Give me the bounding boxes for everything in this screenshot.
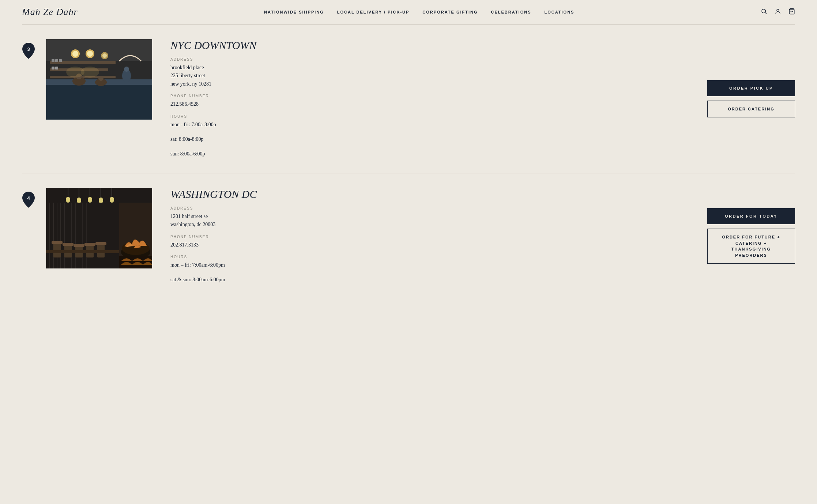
svg-point-8 <box>72 51 78 57</box>
svg-rect-59 <box>74 244 84 247</box>
site-header: Mah Ze Dahr NATIONWIDE SHIPPING LOCAL DE… <box>0 0 817 24</box>
svg-point-39 <box>88 197 92 203</box>
svg-rect-22 <box>55 67 58 69</box>
svg-rect-63 <box>95 242 106 245</box>
main-nav: NATIONWIDE SHIPPING LOCAL DELIVERY / PIC… <box>264 10 574 14</box>
location-details-dc: WASHINGTON DC ADDRESS 1201 half street s… <box>163 188 696 284</box>
hours-label-nyc: HOURS <box>170 114 696 119</box>
location-name-dc: WASHINGTON DC <box>170 188 696 200</box>
address-label-dc: ADDRESS <box>170 206 696 210</box>
svg-rect-18 <box>52 59 54 62</box>
svg-point-43 <box>110 197 114 203</box>
hours-line2-dc: sat & sun: 8:00am-6:00pm <box>170 276 696 284</box>
account-icon[interactable] <box>775 8 781 16</box>
search-icon[interactable] <box>761 8 767 16</box>
address-line2-dc: washington, dc 20003 <box>170 221 696 229</box>
svg-point-30 <box>81 67 99 78</box>
nav-nationwide-shipping[interactable]: NATIONWIDE SHIPPING <box>264 10 324 14</box>
svg-text:3: 3 <box>27 46 30 52</box>
location-actions-dc: ORDER FOR TODAY ORDER FOR FUTURE + CATER… <box>707 208 795 264</box>
order-future-button-dc[interactable]: ORDER FOR FUTURE + CATERING + THANKSGIVI… <box>707 229 795 264</box>
location-name-nyc: NYC DOWNTOWN <box>170 39 696 52</box>
svg-point-35 <box>66 197 70 203</box>
address-line1-nyc: brookfield place <box>170 64 696 72</box>
location-pin-3: 3 <box>22 43 35 59</box>
site-logo[interactable]: Mah Ze Dahr <box>22 7 78 18</box>
location-image-nyc <box>46 39 152 120</box>
hours-line2-nyc: sat: 8:00a-8:00p <box>170 135 696 143</box>
address-line1-dc: 1201 half street se <box>170 212 696 221</box>
location-washington-dc: 4 <box>0 173 817 299</box>
svg-rect-64 <box>46 250 119 253</box>
nav-corporate-gifting[interactable]: CORPORATE GIFTING <box>422 10 478 14</box>
svg-point-41 <box>99 198 103 203</box>
address-line3-nyc: new york, ny 10281 <box>170 80 696 88</box>
svg-rect-55 <box>52 241 63 244</box>
phone-label-nyc: PHONE NUMBER <box>170 94 696 98</box>
svg-point-26 <box>98 76 103 81</box>
svg-point-12 <box>102 53 107 58</box>
location-nyc-downtown: 3 <box>0 25 817 173</box>
phone-nyc: 212.586.4528 <box>170 100 696 108</box>
hours-line1-nyc: mon - fri: 7:00a-8:00p <box>170 121 696 129</box>
svg-point-2 <box>777 9 779 11</box>
header-icons <box>761 8 795 16</box>
hours-line1-dc: mon – fri: 7:00am-6:00pm <box>170 261 696 269</box>
svg-text:4: 4 <box>27 195 30 201</box>
nav-local-delivery[interactable]: LOCAL DELIVERY / PICK-UP <box>337 10 410 14</box>
order-today-button-dc[interactable]: ORDER FOR TODAY <box>707 208 795 224</box>
location-details-nyc: NYC DOWNTOWN ADDRESS brookfield place 22… <box>163 39 696 158</box>
svg-point-28 <box>124 67 129 72</box>
order-pickup-button-nyc[interactable]: ORDER PICK UP <box>707 80 795 96</box>
address-label-nyc: ADDRESS <box>170 57 696 61</box>
nav-celebrations[interactable]: CELEBRATIONS <box>491 10 531 14</box>
nav-locations[interactable]: LOCATIONS <box>544 10 574 14</box>
svg-point-37 <box>77 198 81 203</box>
svg-line-1 <box>765 12 767 14</box>
svg-rect-57 <box>63 243 74 246</box>
order-catering-button-nyc[interactable]: ORDER CATERING <box>707 101 795 118</box>
location-pin-4: 4 <box>22 192 35 208</box>
svg-rect-21 <box>52 67 54 69</box>
location-image-dc <box>46 188 152 268</box>
location-actions-nyc: ORDER PICK UP ORDER CATERING <box>707 80 795 118</box>
svg-rect-13 <box>46 83 152 120</box>
svg-rect-19 <box>55 59 58 62</box>
svg-rect-61 <box>84 243 95 246</box>
hours-line3-nyc: sun: 8:00a-6:00p <box>170 150 696 158</box>
address-line2-nyc: 225 liberty street <box>170 72 696 80</box>
svg-point-0 <box>762 9 766 13</box>
svg-point-10 <box>87 51 93 57</box>
cart-icon[interactable] <box>788 8 795 16</box>
phone-dc: 202.817.3133 <box>170 241 696 249</box>
svg-rect-20 <box>59 59 62 62</box>
phone-label-dc: PHONE NUMBER <box>170 235 696 239</box>
hours-label-dc: HOURS <box>170 255 696 259</box>
